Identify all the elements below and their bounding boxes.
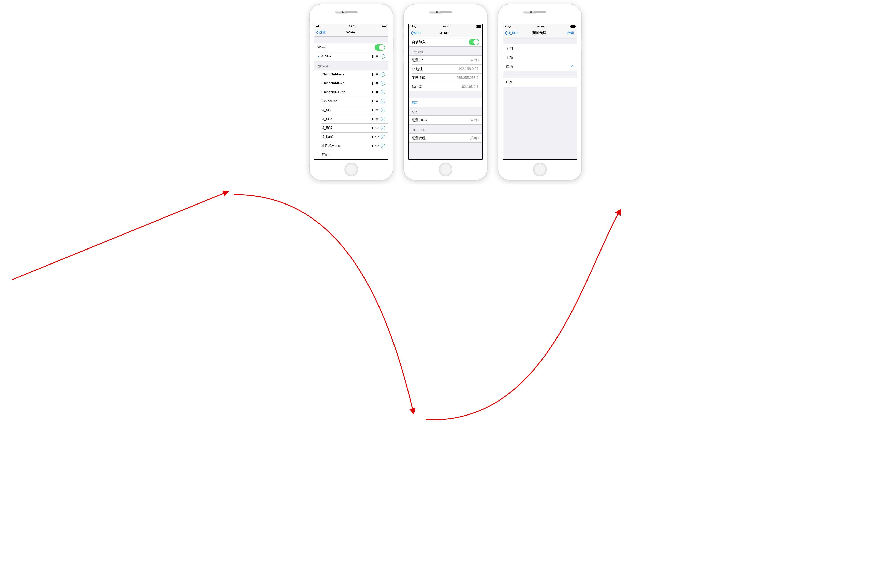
- lock-icon: [372, 117, 374, 120]
- wifi-signal-icon: [375, 117, 379, 120]
- subnet-mask-row: 子网掩码 255.255.255.0: [409, 74, 482, 82]
- info-button[interactable]: i: [381, 81, 385, 86]
- config-dns-row[interactable]: 配置 DNS 自动 ›: [409, 116, 482, 124]
- network-row[interactable]: i4_5G6i: [314, 114, 388, 123]
- back-label: i4_5G2: [507, 31, 519, 35]
- info-button[interactable]: i: [381, 99, 385, 104]
- lock-icon: [372, 126, 374, 129]
- network-row[interactable]: i4_5G5i: [314, 106, 388, 114]
- network-row[interactable]: iChinaNeti: [314, 97, 388, 106]
- network-name: ChinaNet-JKYn: [321, 90, 372, 94]
- network-row[interactable]: ChinaNet-fG2gi: [314, 79, 388, 88]
- lock-icon: [372, 100, 374, 102]
- choose-network-header: 选取网络...: [314, 61, 388, 70]
- back-button[interactable]: i4_5G2: [505, 31, 528, 35]
- lock-icon: [372, 55, 374, 58]
- status-time: 09:41: [537, 25, 544, 28]
- phone-wifi-detail: 09:41 Wi-Fi i4_5G2 自动加入 IPV4 地址 配置 IP 自动…: [404, 4, 488, 180]
- wifi-toggle-label: Wi-Fi: [318, 45, 375, 50]
- network-name: i4_5G5: [321, 108, 372, 112]
- network-row[interactable]: i4_5G7i: [314, 123, 388, 132]
- nav-bar: Wi-Fi i4_5G2: [409, 28, 482, 38]
- network-row[interactable]: zl-PaCHongi: [314, 141, 388, 150]
- status-bar: 09:41: [314, 24, 388, 28]
- chevron-right-icon: ›: [478, 136, 479, 140]
- info-button[interactable]: i: [381, 108, 385, 112]
- nav-title: Wi-Fi: [339, 30, 362, 34]
- wifi-status-icon: [414, 26, 417, 28]
- http-proxy-header: HTTP 代理: [409, 124, 482, 134]
- back-button[interactable]: 设置: [316, 30, 339, 34]
- network-row[interactable]: i4_Lan2i: [314, 132, 388, 141]
- auto-join-label: 自动加入: [412, 40, 469, 44]
- back-button[interactable]: Wi-Fi: [410, 31, 434, 35]
- wifi-toggle-switch[interactable]: [375, 44, 385, 51]
- chevron-left-icon: [316, 30, 318, 34]
- chevron-right-icon: ›: [478, 118, 479, 122]
- lock-icon: [372, 73, 374, 76]
- network-name: zl-PaCHong: [321, 144, 372, 148]
- back-label: 设置: [319, 30, 326, 34]
- info-button[interactable]: i: [381, 126, 385, 130]
- lock-icon: [372, 109, 374, 111]
- back-label: Wi-Fi: [413, 31, 421, 35]
- info-button[interactable]: i: [381, 54, 385, 58]
- proxy-auto-option[interactable]: 自动 ✓: [503, 62, 577, 71]
- info-button[interactable]: i: [381, 144, 385, 148]
- network-name: ChinaNet-bexe: [321, 72, 372, 76]
- wifi-status-icon: [508, 26, 511, 28]
- network-name: i4_5G6: [321, 117, 372, 121]
- lock-icon: [372, 144, 374, 147]
- ipv4-header: IPV4 地址: [409, 46, 482, 56]
- wifi-signal-icon: [375, 144, 379, 147]
- network-name: ChinaNet-fG2g: [321, 81, 372, 86]
- wifi-signal-icon: [375, 55, 379, 58]
- nav-bar: i4_5G2 配置代理 存储: [503, 28, 577, 38]
- other-label: 其他...: [321, 152, 385, 157]
- network-row[interactable]: ChinaNet-JKYni: [314, 88, 388, 97]
- info-button[interactable]: i: [381, 72, 385, 76]
- connected-network-row[interactable]: ✓ i4_5G2 i: [314, 52, 388, 61]
- proxy-off-option[interactable]: 关闭: [503, 44, 577, 53]
- cell-signal-icon: [504, 26, 507, 27]
- proxy-url-row[interactable]: URL: [503, 78, 577, 87]
- config-proxy-row[interactable]: 配置代理 关闭 ›: [409, 134, 482, 142]
- lock-icon: [372, 135, 374, 138]
- info-button[interactable]: i: [381, 135, 385, 139]
- ip-address-row: IP 地址 192.168.0.37: [409, 64, 482, 74]
- wifi-toggle-row[interactable]: Wi-Fi: [314, 43, 388, 52]
- status-time: 09:41: [443, 25, 450, 28]
- network-name: i4_5G7: [321, 126, 372, 130]
- network-row[interactable]: ChinaNet-bexei: [314, 70, 388, 79]
- router-row: 路由器 192.168.0.3: [409, 82, 482, 91]
- phone-wifi-list: 09:41 设置 Wi-Fi Wi-Fi ✓ i4_5G2: [309, 4, 393, 180]
- battery-icon: [476, 26, 481, 28]
- lock-icon: [372, 91, 374, 94]
- renew-lease-button[interactable]: 续租: [409, 98, 482, 107]
- wifi-signal-icon: [375, 91, 379, 94]
- info-button[interactable]: i: [381, 90, 385, 94]
- chevron-right-icon: ›: [478, 58, 479, 62]
- network-name: iChinaNet: [321, 99, 372, 103]
- phone-proxy-config: 09:41 i4_5G2 配置代理 存储 关闭 手动 自动 ✓: [498, 4, 582, 180]
- battery-icon: [382, 25, 387, 27]
- wifi-status-icon: [320, 25, 322, 27]
- network-name: i4_Lan2: [321, 135, 372, 139]
- chevron-left-icon: [410, 31, 413, 35]
- cell-signal-icon: [410, 26, 413, 27]
- nav-title: i4_5G2: [434, 31, 456, 35]
- proxy-manual-option[interactable]: 手动: [503, 53, 577, 62]
- config-ip-row[interactable]: 配置 IP 自动 ›: [409, 56, 482, 64]
- info-button[interactable]: i: [381, 117, 385, 121]
- wifi-signal-icon: [375, 100, 379, 102]
- cell-signal-icon: [316, 25, 319, 27]
- wifi-signal-icon: [375, 82, 379, 85]
- dns-header: DNS: [409, 107, 482, 116]
- lock-icon: [372, 82, 374, 85]
- auto-join-toggle[interactable]: [469, 39, 479, 45]
- save-button[interactable]: 存储: [550, 31, 575, 35]
- auto-join-row[interactable]: 自动加入: [409, 38, 482, 46]
- connected-network-name: i4_5G2: [321, 54, 372, 58]
- other-network-row[interactable]: 其他...: [314, 150, 388, 159]
- checkmark-icon: ✓: [316, 54, 321, 58]
